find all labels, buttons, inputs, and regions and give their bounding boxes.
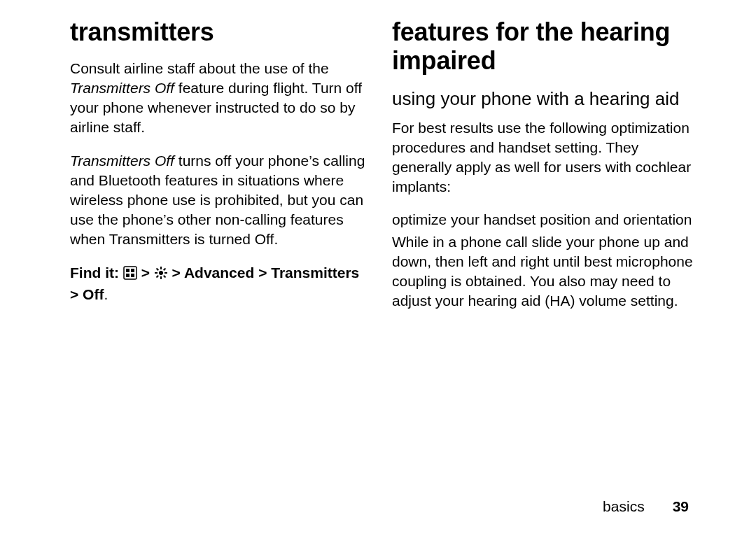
- manual-page: transmitters Consult airline staff about…: [0, 0, 756, 536]
- find-it-dot: .: [104, 286, 108, 302]
- svg-rect-4: [131, 274, 134, 277]
- page-footer: basics 39: [603, 498, 693, 515]
- find-it-line: Find it: > > Advanced > Transmitters > O…: [70, 263, 371, 304]
- para1-part-a: Consult airline staff about the use of t…: [70, 60, 329, 76]
- settings-icon: [154, 265, 168, 285]
- svg-line-13: [156, 275, 158, 277]
- svg-rect-1: [126, 269, 130, 272]
- paragraph-hearing-aid-intro: For best results use the following optim…: [392, 118, 693, 197]
- subheading-optimize-position: optimize your handset position and orien…: [392, 211, 693, 228]
- find-it-label: Find it:: [70, 265, 123, 281]
- svg-line-12: [163, 268, 165, 270]
- svg-rect-0: [124, 267, 136, 279]
- heading-transmitters: transmitters: [70, 17, 371, 46]
- para1-feature-name: Transmitters Off: [70, 80, 174, 96]
- paragraph-airline-note: Consult airline staff about the use of t…: [70, 59, 371, 137]
- paragraph-transmitters-off-desc: Transmitters Off turns off your phone’s …: [70, 151, 371, 249]
- find-it-sep1: >: [141, 265, 154, 281]
- svg-line-10: [156, 268, 158, 270]
- svg-rect-3: [126, 274, 130, 277]
- heading-hearing-impaired-features: features for the hearing impaired: [392, 17, 693, 76]
- menu-icon: [123, 265, 137, 285]
- subheading-hearing-aid: using your phone with a hearing aid: [392, 88, 693, 110]
- footer-section-name: basics: [603, 498, 645, 515]
- two-column-layout: transmitters Consult airline staff about…: [70, 17, 693, 325]
- para2-feature-name: Transmitters Off: [70, 153, 174, 169]
- paragraph-optimize-position: While in a phone call slide your phone u…: [392, 232, 693, 311]
- svg-point-5: [159, 271, 163, 275]
- footer-page-number: 39: [673, 498, 689, 515]
- svg-rect-2: [131, 269, 134, 272]
- left-column: transmitters Consult airline staff about…: [70, 17, 371, 325]
- right-column: features for the hearing impaired using …: [392, 17, 693, 325]
- svg-line-11: [163, 275, 165, 277]
